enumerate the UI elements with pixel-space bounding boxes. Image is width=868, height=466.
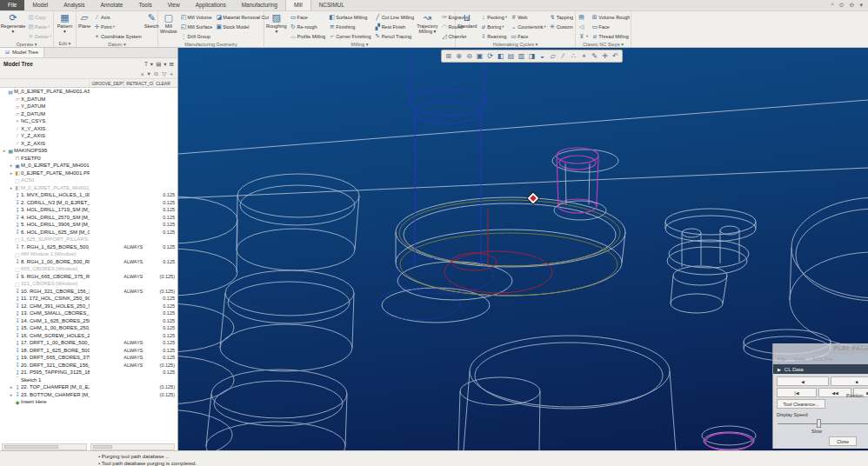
- menu-view[interactable]: View: [794, 356, 805, 362]
- tab-annotate[interactable]: Annotate: [92, 0, 130, 10]
- rest-finish-button[interactable]: ▞Rest Finish: [374, 22, 415, 31]
- reaming-button[interactable]: ⇩Reaming: [479, 31, 507, 41]
- tree-row-x-z-axis[interactable]: ∕X_Z_AXIS: [0, 140, 177, 148]
- column-retract-option[interactable]: RETRACT_OPTI...: [124, 79, 153, 87]
- group-label-datum[interactable]: Datum ▾: [77, 41, 157, 47]
- tree-row-m-0-ejret-plate-mh001-asm[interactable]: ▤M_0_EJRET_PLATE_MH001.ASM: [0, 88, 177, 96]
- scroll-thumb[interactable]: [4, 445, 58, 449]
- countersink-button[interactable]: ⌄Countersink▾: [510, 22, 546, 31]
- standard-button[interactable]: ⊔Standard: [457, 12, 477, 29]
- tree-row-9-rgh-665-cbore-375-rlr-fem-m-0[interactable]: ↧9. RGH_665_CBORE_375_RLR_FEM [M_0,ALWAY…: [0, 273, 177, 281]
- add-filter-button[interactable]: +: [170, 71, 173, 77]
- custom-button[interactable]: ✳Custom: [549, 22, 573, 31]
- tree-row-3-hol-drill-1719-sm-m-0-ejret-plat[interactable]: ↧3. HOL_DRILL_1719_SM [M_0_EJRET_PLAT0.1…: [0, 206, 177, 214]
- tab-manufacturing[interactable]: Manufacturing: [234, 0, 285, 10]
- web-button[interactable]: #Web: [510, 12, 546, 22]
- saved-orientations-icon[interactable]: ▤: [506, 51, 516, 62]
- tree-row-16-chm-screw-holes-250-90-chm[interactable]: ↧16. CHM_SCREW_HOLES_250_90_CHM [0.125: [0, 332, 177, 340]
- scroll-thumb[interactable]: [93, 445, 112, 449]
- wireframe-scene[interactable]: [178, 48, 868, 450]
- pencil-tracing-button[interactable]: ✎Pencil Tracing: [374, 31, 415, 41]
- pattern-button[interactable]: ▦Pattern ▾: [56, 12, 74, 34]
- tree-row-15-chm-1-00-bores-250-90-chm-m[interactable]: ↧15. CHM_1_00_BORES_250_90_CHM [M,0.125: [0, 324, 177, 332]
- group-label-classic[interactable]: Classic NC Steps ▾: [576, 41, 631, 47]
- face-button[interactable]: ▭Face: [591, 22, 630, 31]
- re-rough-button[interactable]: ↻Re-rough: [290, 22, 326, 31]
- tree-row-z-datum[interactable]: ▱Z_DATUM: [0, 110, 177, 118]
- tree-hscrollbar-right[interactable]: [90, 443, 175, 450]
- repaint-icon[interactable]: ⟳: [485, 51, 495, 62]
- tree-row-11-172-hol-csink-250-90-csink-m-0[interactable]: ↧11. 172_HOL_CSINK_250_90_CSINK [M_00.12…: [0, 295, 177, 303]
- tab-model[interactable]: Model: [24, 0, 56, 10]
- cl-data-section[interactable]: ▶ CL Data: [773, 364, 868, 374]
- tree-columns-button[interactable]: ⊞: [170, 60, 174, 69]
- tree-row-22-top-chamfer-m-0-ejret-plate-m[interactable]: ▸↧22. TOP_CHAMFER [M_0_EJRET_PLATE_M(0.1…: [0, 383, 177, 391]
- cut-line-milling-button[interactable]: ╱Cut Line Milling: [374, 12, 415, 22]
- go-to-start-button[interactable]: |◀: [777, 388, 817, 397]
- tree-row-7-rgh-1-625-bores-500-rlr-fem-m[interactable]: ↧7. RGH_1_625_BORES_500_RLR_FEM [MALWAYS…: [0, 243, 177, 251]
- tab-view[interactable]: View: [160, 0, 188, 10]
- tapping-button[interactable]: ↯Tapping: [549, 12, 573, 22]
- spin-center-icon[interactable]: ✛: [600, 51, 610, 62]
- pecking-button[interactable]: ↓Pecking▾: [479, 12, 507, 22]
- zoom-window-icon[interactable]: ⊞: [444, 51, 453, 62]
- tab-analysis[interactable]: Analysis: [56, 0, 92, 10]
- group-label-edit[interactable]: Edit ▾: [54, 40, 76, 47]
- column-groove-depth[interactable]: GROOVE_DEPTH: [89, 79, 124, 87]
- tree-row-321-cbores-window[interactable]: ▢321_CBORES [Window]: [0, 280, 177, 288]
- tree-row-x-datum[interactable]: ▱X_DATUM: [0, 96, 177, 103]
- tree-filters-dropdown[interactable]: ▾: [150, 60, 153, 69]
- tree-row-6-hol-drill-625-sm-m-0-ejret-plate[interactable]: ↧6. HOL_DRILL_625_SM [M_0_EJRET_PLATE0.1…: [0, 229, 177, 236]
- zoom-out-icon[interactable]: ⊖: [464, 51, 474, 62]
- datum-point-display-icon[interactable]: ∴: [569, 51, 578, 62]
- face-button[interactable]: ▭Face: [510, 31, 546, 41]
- tree-filters-button[interactable]: T: [144, 60, 148, 69]
- tree-row-21-p595-tapping-3125-18-m-0-ejret[interactable]: ↧21. P595_TAPPING_3125_18 [M_0_EJRET_0.1…: [0, 369, 177, 376]
- tab-applications[interactable]: Applications: [188, 0, 234, 10]
- point-button[interactable]: ✛Point▾: [93, 22, 142, 31]
- tree-row-y-datum[interactable]: ▱Y_DATUM: [0, 103, 177, 110]
- mill-volume-button[interactable]: ◰Mill Volume: [180, 12, 213, 22]
- tree-row-makinops95[interactable]: ▸▦MAKINOPS95: [0, 147, 177, 155]
- mill-surface-button[interactable]: ◱Mill Surface: [180, 22, 213, 31]
- display-speed-slider[interactable]: [777, 419, 868, 428]
- tree-row-10-rgh-321-cbore-156-slr-fem-m[interactable]: ↧10. RGH_321_CBORE_156_SLR_FEM [M_(ALWAY…: [0, 288, 177, 296]
- tree-row-1-625-support-pillars-window[interactable]: ▢1_625_SUPPORT_PILLARS [Window]: [0, 236, 177, 243]
- boring-button[interactable]: ⌀Boring▾: [479, 22, 507, 31]
- tree-row-ac50[interactable]: ▢AC50: [0, 176, 177, 184]
- profile-milling-button[interactable]: ⌓Profile Milling: [290, 31, 326, 41]
- drill-group-button[interactable]: ⋮Drill Group: [180, 31, 213, 41]
- tree-row-23-bottom-chamfer-m-0-ejret-pla[interactable]: ▸↧23. BOTTOM_CHAMFER [M_0_EJRET_PLA(0.12…: [0, 391, 177, 399]
- tree-display-dropdown[interactable]: ▾: [164, 60, 166, 69]
- tree-row-nc-csys[interactable]: ⌖NC_CSYS: [0, 117, 177, 125]
- classic-engrave-icon-button[interactable]: ◁: [578, 22, 588, 31]
- play-reverse-button[interactable]: ◀: [777, 376, 829, 386]
- trajectory-milling-button[interactable]: ↝Trajectory Milling ▾: [417, 12, 437, 34]
- group-label-milling[interactable]: Milling ▾: [264, 41, 455, 47]
- stop-button[interactable]: ■: [831, 376, 868, 386]
- copy-button[interactable]: ▥Copy: [27, 12, 51, 22]
- display-style-icon[interactable]: ◨: [527, 51, 537, 62]
- tree-row-19-drft-665-cbores-375-rlf-fem-m[interactable]: ↧19. DRFT_665_CBORES_375_RLF_FEM [MALWAY…: [0, 354, 177, 362]
- clear-search-button[interactable]: ×: [141, 71, 144, 77]
- filter-button[interactable]: ▽: [162, 70, 166, 77]
- tree-row-18-drft-1-625-bore-500-rlf-fem-m[interactable]: ↧18. DRFT_1_625_BORE_500_RLF_FEM [MALWAY…: [0, 347, 177, 355]
- command-search-button[interactable]: ⊙: [839, 0, 845, 10]
- tree-row-sketch-1[interactable]: ⌒Sketch 1: [0, 376, 177, 384]
- graphics-viewport[interactable]: ⊞⊕⊖▣⟳◧▤▥◨◒▱∕∴⌖✎✛↶: [178, 48, 868, 450]
- axis-button[interactable]: ∕Axis: [93, 12, 142, 22]
- tree-row-m-0-ejret-plate-mh001-wrk-01-prt[interactable]: ▸◧M_0_EJRET_PLATE_MH001_WRK_01.PRT: [0, 184, 177, 192]
- tab-tools[interactable]: Tools: [130, 0, 159, 10]
- surface-milling-button[interactable]: ◧Surface Milling: [328, 12, 371, 22]
- datum-csys-display-icon[interactable]: ⌖: [579, 51, 589, 62]
- regenerate-button[interactable]: ⟳Regenerate ▾: [2, 12, 24, 34]
- collapse-ribbon-button[interactable]: ^: [831, 0, 833, 10]
- stock-model-button[interactable]: ▣Stock Model: [215, 22, 269, 31]
- shaded-view-icon[interactable]: ◧: [496, 51, 505, 62]
- corner-finishing-button[interactable]: ⌐Corner Finishing: [328, 31, 371, 41]
- tree-row-y-z-axis[interactable]: ∕Y_Z_AXIS: [0, 132, 177, 140]
- volume-rough-button[interactable]: ⊞Volume Rough: [591, 12, 630, 22]
- tree-row-2-cdrill-n3-m-0-ejret-plate-mh001[interactable]: ↧2. CDRILL_N3 [M_0_EJRET_PLATE_MH001]0.1…: [0, 199, 177, 207]
- paste-button[interactable]: ▤Paste▾: [27, 22, 51, 31]
- find-button[interactable]: ⊙: [154, 70, 158, 77]
